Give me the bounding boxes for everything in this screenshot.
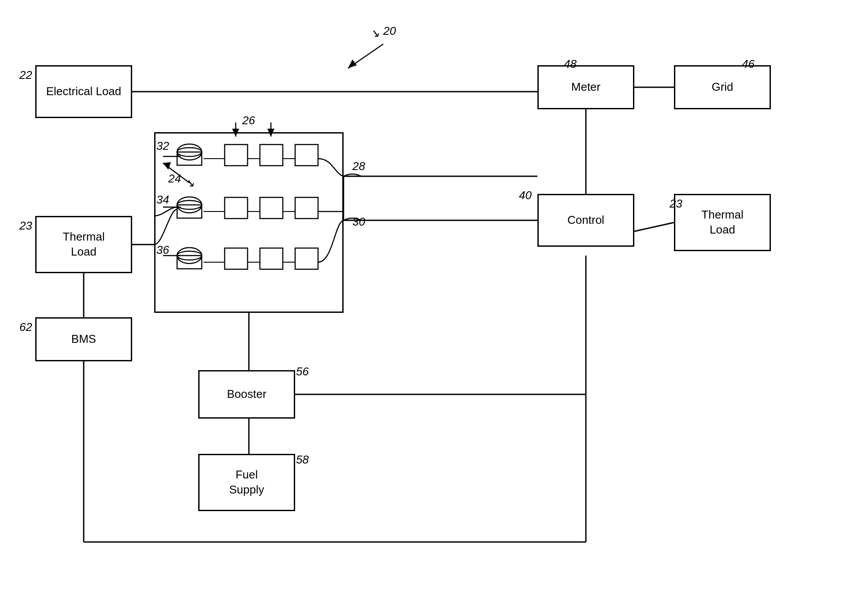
thermal-load-right-box: ThermalLoad [674,194,771,251]
ref-32: 32 [156,139,169,153]
grid-label: Grid [711,80,733,95]
bms-box: BMS [35,317,132,361]
ref-46: 46 [742,57,755,71]
ref-56: 56 [296,365,309,379]
ref-23-right: 23 [670,197,682,211]
thermal-load-right-label: ThermalLoad [701,208,743,237]
ref-30: 30 [352,215,365,229]
fuel-supply-label: FuelSupply [229,468,264,497]
booster-label: Booster [227,387,267,402]
ref-34: 34 [156,193,169,207]
booster-box: Booster [198,370,295,419]
ref-36: 36 [156,243,169,257]
ref-24: 24 [168,172,181,186]
bms-label: BMS [71,332,96,347]
fuel-supply-box: FuelSupply [198,454,295,511]
ref-58: 58 [296,453,309,467]
ref-62: 62 [19,320,32,334]
meter-box: Meter [537,65,634,109]
electrical-load-box: Electrical Load [35,65,132,118]
meter-label: Meter [571,80,600,95]
grid-box: Grid [674,65,771,109]
ref-20-arrow: ↘ [370,26,380,40]
thermal-load-left-label: ThermalLoad [63,230,104,260]
ref-24-arrow: ↘ [185,176,195,190]
thermal-load-left-box: ThermalLoad [35,216,132,273]
svg-line-9 [634,223,674,231]
control-box: Control [537,194,634,247]
ref-28: 28 [352,160,365,173]
ref-26: 26 [242,114,255,127]
control-label: Control [567,213,604,228]
ref-40: 40 [519,189,532,202]
ref-48: 48 [564,57,577,71]
ref-23-left: 23 [19,219,32,233]
central-unit-box [154,132,344,313]
diagram-container: Electrical Load ThermalLoad BMS Booster … [0,0,844,616]
ref-22: 22 [19,68,32,82]
ref-20: 20 [383,24,396,38]
svg-marker-1 [348,59,357,68]
electrical-load-label: Electrical Load [46,84,122,99]
